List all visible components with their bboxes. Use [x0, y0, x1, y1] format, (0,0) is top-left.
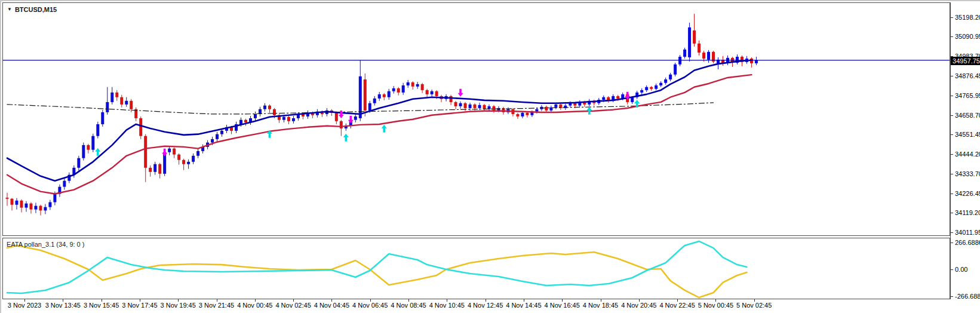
- candle-body: [645, 87, 648, 90]
- candle-body: [516, 114, 519, 116]
- indicator-tick-mark: [951, 269, 953, 270]
- price-tick-label: 34119.20: [955, 209, 980, 216]
- candle-body: [554, 105, 557, 108]
- candle-body: [474, 105, 477, 108]
- candle-body: [130, 101, 133, 109]
- price-tick-mark: [951, 115, 953, 116]
- candle-body: [335, 113, 338, 121]
- price-tick-label: 34226.45: [955, 190, 980, 197]
- candle-body: [640, 90, 643, 93]
- symbol-timeframe-label: ▼ BTCUSD,M15: [7, 6, 57, 13]
- candle-body: [273, 109, 276, 115]
- time-axis[interactable]: 3 Nov 20233 Nov 13:453 Nov 15:453 Nov 17…: [2, 299, 950, 313]
- candle-body: [545, 107, 548, 111]
- candle-body: [239, 120, 242, 124]
- candlestick-chart-canvas[interactable]: [3, 3, 950, 235]
- time-tick-label: 4 Nov 04:45: [314, 302, 349, 309]
- candle-body: [216, 134, 219, 139]
- candle-body: [187, 162, 190, 164]
- time-tick-label: 3 Nov 17:45: [122, 302, 157, 309]
- candle-body: [106, 102, 109, 112]
- price-tick-mark: [951, 17, 953, 18]
- candle-body: [469, 105, 472, 108]
- price-tick-mark: [951, 213, 953, 213]
- candle-body: [120, 97, 123, 105]
- candle-body: [139, 118, 142, 136]
- sell-signal-arrow-icon: [458, 89, 463, 97]
- time-tick-label: 3 Nov 13:45: [45, 302, 81, 309]
- candle-body: [96, 124, 99, 136]
- time-tick-label: 4 Nov 02:45: [275, 302, 311, 309]
- candle-body: [755, 60, 758, 63]
- candle-body: [158, 164, 161, 174]
- indicator-subwindow-panel[interactable]: EATA pollan_3.1 (34, 9: 0 ): [2, 238, 950, 299]
- price-axis[interactable]: 34957.75 35198.2035090.9534983.7034876.4…: [950, 2, 980, 299]
- sell-signal-arrow-icon: [348, 116, 354, 124]
- main-price-chart-panel[interactable]: ▼ BTCUSD,M15: [2, 2, 950, 236]
- price-tick-label: 34658.70: [955, 112, 980, 119]
- sell-signal-arrow-icon: [162, 149, 167, 156]
- candle-body: [526, 113, 529, 115]
- candle-body: [497, 108, 500, 111]
- chevron-down-icon[interactable]: ▼: [7, 7, 12, 12]
- cyan-line: [7, 241, 746, 293]
- candle-body: [173, 149, 176, 155]
- candle-body: [34, 206, 37, 210]
- buy-signal-arrow-icon: [343, 134, 349, 142]
- candle-body: [39, 206, 42, 211]
- candle-body: [416, 84, 419, 87]
- candle-body: [149, 168, 152, 172]
- candle-body: [483, 105, 486, 109]
- candle-body: [674, 65, 677, 75]
- candle-body: [407, 82, 410, 85]
- candle-body: [573, 103, 576, 106]
- candle-body: [263, 106, 266, 109]
- candle-body: [153, 164, 156, 172]
- candle-body: [53, 194, 56, 202]
- candle-body: [373, 99, 376, 103]
- candle-body: [20, 201, 23, 208]
- indicator-tick-mark: [951, 296, 953, 297]
- candle-body: [492, 106, 495, 111]
- candle-body: [82, 145, 85, 158]
- indicator-tick-label: 266.6886: [955, 239, 980, 246]
- candle-body: [702, 53, 705, 59]
- price-tick-mark: [951, 96, 953, 96]
- candle-body: [659, 83, 662, 85]
- time-tick-label: 3 Nov 19:45: [161, 302, 196, 309]
- candle-body: [669, 75, 672, 79]
- candle-body: [282, 117, 285, 120]
- candle-body: [110, 93, 113, 102]
- price-tick-label: 35090.95: [955, 33, 980, 40]
- candle-body: [87, 145, 90, 150]
- trading-terminal-window: ▼ BTCUSD,M15 EATA pollan_3.1 (34, 9: 0 )…: [0, 0, 980, 313]
- candle-body: [29, 204, 32, 210]
- price-tick-mark: [951, 134, 953, 135]
- indicator-tick-label: -266.6886: [955, 293, 980, 300]
- buy-signal-arrow-icon: [382, 125, 387, 133]
- price-tick-mark: [951, 76, 953, 76]
- candle-body: [340, 121, 343, 128]
- yellow-line: [7, 246, 746, 297]
- candle-body: [354, 116, 357, 120]
- candle-body: [478, 105, 481, 108]
- candle-body: [211, 139, 214, 143]
- candle-body: [10, 199, 13, 205]
- time-tick-label: 4 Nov 18:45: [583, 302, 618, 309]
- candle-body: [91, 136, 94, 150]
- candle-body: [359, 76, 362, 118]
- price-tick-label: 34011.95: [955, 229, 980, 236]
- time-tick-label: 4 Nov 06:45: [352, 302, 388, 309]
- price-tick-mark: [951, 36, 953, 37]
- candle-body: [101, 112, 104, 124]
- candle-body: [368, 103, 371, 111]
- candle-body: [254, 114, 257, 118]
- candle-body: [168, 149, 171, 152]
- indicator-name-label: EATA pollan_3.1 (34, 9: 0 ): [7, 241, 84, 248]
- candle-body: [48, 202, 51, 207]
- indicator-chart-canvas[interactable]: [3, 238, 950, 299]
- candle-body: [655, 85, 658, 89]
- candle-body: [364, 79, 367, 111]
- symbol-timeframe-text: BTCUSD,M15: [15, 6, 57, 13]
- candle-body: [683, 50, 686, 57]
